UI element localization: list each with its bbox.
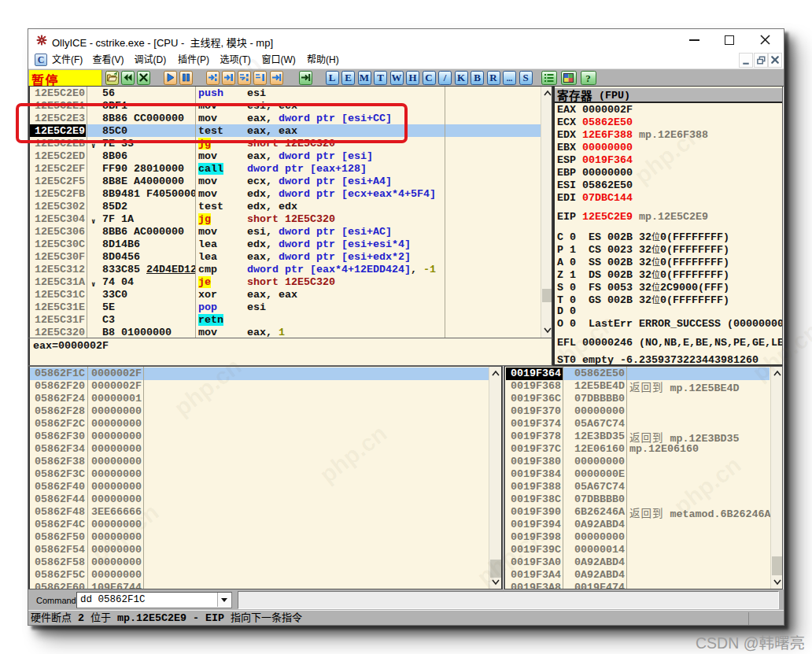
svg-text:?: ? — [585, 72, 591, 84]
